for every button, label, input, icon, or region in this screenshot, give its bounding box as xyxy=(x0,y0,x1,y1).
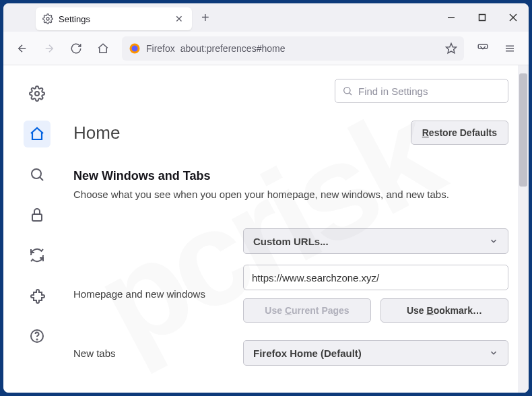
svg-rect-2 xyxy=(479,15,486,21)
back-button[interactable] xyxy=(10,36,34,61)
restore-defaults-button[interactable]: Restore Defaults xyxy=(411,121,508,145)
main-panel: Home Restore Defaults New Windows and Ta… xyxy=(71,65,529,393)
svg-point-0 xyxy=(46,18,49,20)
home-button[interactable] xyxy=(91,36,115,61)
tab-title: Settings xyxy=(59,14,173,24)
content-area: pcrisk Home Restore Defaults New Windows… xyxy=(3,65,529,393)
titlebar: Settings ✕ + xyxy=(3,3,529,32)
reload-button[interactable] xyxy=(64,36,88,61)
nav-help[interactable] xyxy=(24,323,51,350)
homepage-url-input[interactable] xyxy=(243,265,508,290)
close-icon[interactable]: ✕ xyxy=(173,13,185,24)
scrollbar[interactable] xyxy=(518,65,529,393)
chevron-down-icon xyxy=(489,236,498,246)
use-current-pages-button[interactable]: Use Current Pages xyxy=(243,298,371,323)
maximize-button[interactable] xyxy=(467,3,498,32)
firefox-icon xyxy=(129,42,141,55)
svg-line-14 xyxy=(40,177,43,180)
homepage-mode-value: Custom URLs... xyxy=(253,236,329,247)
nav-toolbar: Firefox about:preferences#home xyxy=(3,32,529,65)
svg-point-13 xyxy=(32,169,41,178)
nav-search[interactable] xyxy=(24,161,51,188)
newtab-mode-value: Firefox Home (Default) xyxy=(253,348,362,359)
nav-privacy[interactable] xyxy=(24,201,51,228)
svg-point-18 xyxy=(344,88,350,94)
nav-home[interactable] xyxy=(24,121,51,147)
homepage-mode-select[interactable]: Custom URLs... xyxy=(243,228,508,254)
chevron-down-icon xyxy=(489,348,498,358)
bookmark-star-icon[interactable] xyxy=(445,42,457,55)
find-input[interactable] xyxy=(358,86,501,97)
find-in-settings[interactable] xyxy=(335,79,508,103)
svg-rect-8 xyxy=(478,44,488,48)
homepage-label: Homepage and new windows xyxy=(73,288,243,300)
newtabs-label: New tabs xyxy=(73,348,243,359)
minimize-button[interactable] xyxy=(436,3,467,32)
sidebar xyxy=(3,65,71,393)
nav-extensions[interactable] xyxy=(24,282,51,309)
newtab-mode-select[interactable]: Firefox Home (Default) xyxy=(243,340,508,366)
svg-marker-7 xyxy=(446,43,457,53)
svg-point-12 xyxy=(35,92,39,96)
pocket-button[interactable] xyxy=(471,36,495,61)
app-menu-button[interactable] xyxy=(498,36,522,61)
gear-icon xyxy=(42,13,53,24)
scroll-thumb[interactable] xyxy=(519,73,527,187)
section-description: Choose what you see when you open your h… xyxy=(73,189,508,200)
browser-tab[interactable]: Settings ✕ xyxy=(36,7,192,30)
section-heading: New Windows and Tabs xyxy=(73,169,508,183)
nav-sync[interactable] xyxy=(24,242,51,269)
svg-point-17 xyxy=(36,339,37,339)
svg-point-6 xyxy=(132,45,138,51)
svg-line-19 xyxy=(350,93,352,95)
svg-rect-15 xyxy=(32,214,42,221)
page-title: Home xyxy=(73,123,120,143)
search-icon xyxy=(342,86,353,96)
use-bookmark-button[interactable]: Use Bookmark… xyxy=(380,298,508,323)
url-context: Firefox xyxy=(146,43,175,54)
new-tab-button[interactable]: + xyxy=(201,10,209,26)
close-window-button[interactable] xyxy=(498,3,529,32)
url-path: about:preferences#home xyxy=(180,43,286,54)
nav-general[interactable] xyxy=(24,80,51,107)
url-bar[interactable]: Firefox about:preferences#home xyxy=(122,36,464,61)
forward-button[interactable] xyxy=(37,36,61,61)
